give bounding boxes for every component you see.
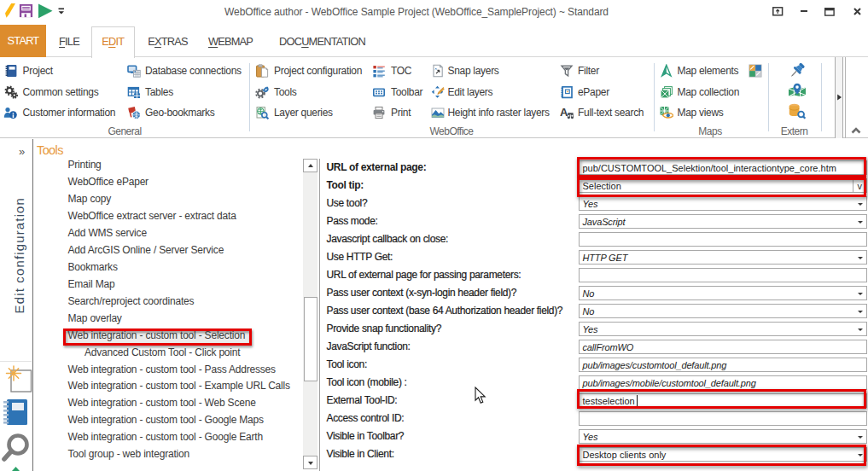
svg-text:A: A: [560, 106, 568, 119]
